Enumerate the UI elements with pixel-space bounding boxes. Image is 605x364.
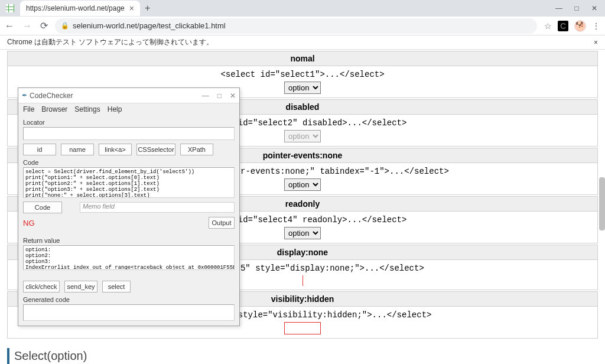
- app-icon: ✒: [22, 92, 27, 99]
- close-icon[interactable]: ×: [129, 4, 134, 13]
- select-dropdown[interactable]: option1: [284, 227, 321, 239]
- reload-icon[interactable]: ⟳: [40, 20, 48, 31]
- select-dropdown: option1: [284, 130, 321, 142]
- address-bar[interactable]: 🔒 selenium-world.net/page/test_clickable…: [55, 18, 537, 34]
- forward-icon[interactable]: →: [22, 21, 32, 31]
- codechecker-menu: File Browser Settings Help: [18, 103, 239, 115]
- click-button[interactable]: click/check: [23, 281, 60, 292]
- browser-tab-strip: https://selenium-world.net/page × + — □ …: [0, 0, 605, 17]
- maximize-icon[interactable]: □: [217, 92, 222, 100]
- code-label: Code: [23, 159, 235, 166]
- codechecker-window: ✒ CodeChecker — □ ✕ File Browser Setting…: [18, 87, 240, 326]
- display-none-marker: [302, 275, 303, 286]
- id-button[interactable]: id: [23, 144, 56, 155]
- minimize-icon[interactable]: —: [202, 92, 209, 100]
- back-icon[interactable]: ←: [5, 21, 14, 31]
- window-controls: — □ ✕: [555, 4, 603, 12]
- close-icon[interactable]: ×: [594, 38, 598, 47]
- menu-help[interactable]: Help: [108, 105, 122, 113]
- extension-icon[interactable]: C: [558, 21, 568, 31]
- url-text: selenium-world.net/page/test_clickable1.…: [73, 21, 226, 30]
- apps-icon[interactable]: [6, 4, 14, 12]
- code-snippet: <select id="select1">...</select>: [8, 70, 597, 79]
- window-title: CodeChecker: [30, 92, 73, 100]
- tab-title: https://selenium-world.net/page: [26, 4, 125, 12]
- link-button[interactable]: link<a>: [99, 144, 132, 155]
- locator-label: Locator: [23, 119, 235, 126]
- codechecker-titlebar[interactable]: ✒ CodeChecker — □ ✕: [18, 88, 239, 103]
- select-button[interactable]: select: [102, 281, 131, 292]
- locator-input[interactable]: [23, 127, 235, 140]
- minimize-icon[interactable]: —: [555, 4, 562, 12]
- code-textarea[interactable]: select = Select(driver.find_element_by_i…: [23, 167, 235, 198]
- section-heading: Select(option): [7, 348, 598, 364]
- lock-icon: 🔒: [61, 22, 69, 30]
- sendkey-button[interactable]: send_key: [64, 281, 97, 292]
- maximize-icon[interactable]: □: [573, 4, 580, 12]
- section-header: nomal: [7, 51, 598, 66]
- menu-browser[interactable]: Browser: [41, 105, 67, 113]
- new-tab-button[interactable]: +: [145, 3, 150, 14]
- return-textarea[interactable]: option1: option2: option3: IndexErrorlis…: [23, 245, 235, 270]
- xpath-button[interactable]: XPath: [180, 144, 213, 155]
- bookmark-icon[interactable]: ☆: [544, 21, 552, 31]
- hidden-select-outline: [284, 322, 321, 334]
- generated-label: Generated code: [23, 296, 235, 303]
- select-dropdown[interactable]: option1: [284, 82, 321, 94]
- code-button[interactable]: Code: [23, 202, 62, 213]
- menu-settings[interactable]: Settings: [74, 105, 100, 113]
- name-button[interactable]: name: [61, 144, 94, 155]
- output-button[interactable]: Output: [209, 217, 235, 229]
- scrollbar-thumb[interactable]: [599, 177, 605, 230]
- return-label: Return value: [23, 237, 235, 244]
- menu-file[interactable]: File: [23, 105, 34, 113]
- cssselector-button[interactable]: CSSselector: [136, 144, 175, 155]
- menu-icon[interactable]: ⋮: [592, 21, 600, 31]
- info-text: Chrome は自動テスト ソフトウェアによって制御されています。: [7, 37, 213, 47]
- close-icon[interactable]: ✕: [591, 4, 598, 12]
- memo-input[interactable]: Memo field: [80, 202, 235, 213]
- select-dropdown[interactable]: option1: [284, 178, 321, 191]
- browser-tab[interactable]: https://selenium-world.net/page ×: [20, 1, 140, 16]
- generated-textarea[interactable]: [23, 304, 235, 321]
- close-icon[interactable]: ✕: [230, 92, 236, 100]
- automation-info-bar: Chrome は自動テスト ソフトウェアによって制御されています。 ×: [0, 35, 605, 50]
- status-text: NG: [23, 219, 35, 228]
- browser-toolbar: ← → ⟳ 🔒 selenium-world.net/page/test_cli…: [0, 17, 605, 35]
- profile-avatar[interactable]: 🐕: [574, 20, 586, 32]
